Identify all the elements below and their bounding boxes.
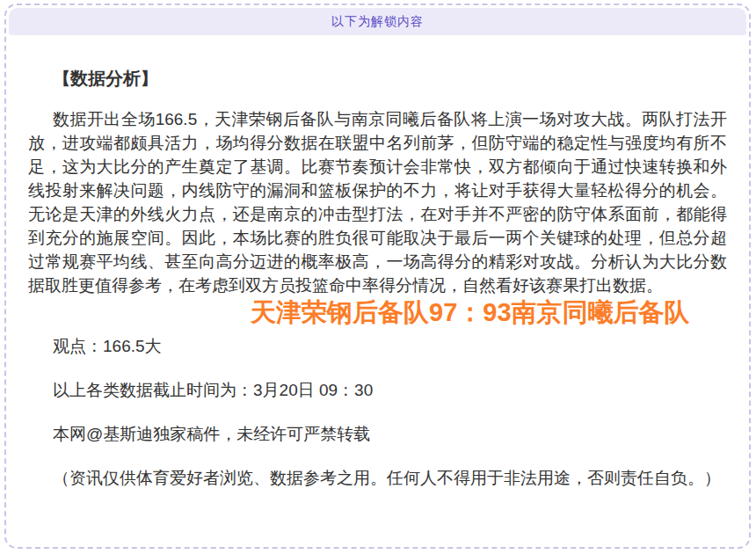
analysis-paragraph: 数据开出全场166.5，天津荣钢后备队与南京同曦后备队将上演一场对攻大战。两队打… — [28, 107, 727, 297]
disclaimer-line: （资讯仅供体育爱好者浏览、数据参考之用。任何人不得用于非法用途，否则责任自负。） — [28, 466, 727, 490]
data-cutoff-line: 以上各类数据截止时间为：3月20日 09：30 — [28, 378, 727, 402]
unlocked-content-panel: 以下为解锁内容 【数据分析】 数据开出全场166.5，天津荣钢后备队与南京同曦后… — [4, 4, 751, 549]
section-title: 【数据分析】 — [28, 67, 727, 90]
unlocked-content-banner: 以下为解锁内容 — [9, 8, 746, 35]
predicted-score: 天津荣钢后备队97：93南京同曦后备队 — [251, 298, 727, 326]
article-content: 【数据分析】 数据开出全场166.5，天津荣钢后备队与南京同曦后备队将上演一场对… — [9, 67, 746, 490]
banner-title: 以下为解锁内容 — [331, 14, 424, 30]
viewpoint-line: 观点：166.5大 — [28, 334, 727, 358]
copyright-line: 本网@基斯迪独家稿件，未经许可严禁转载 — [28, 422, 727, 446]
